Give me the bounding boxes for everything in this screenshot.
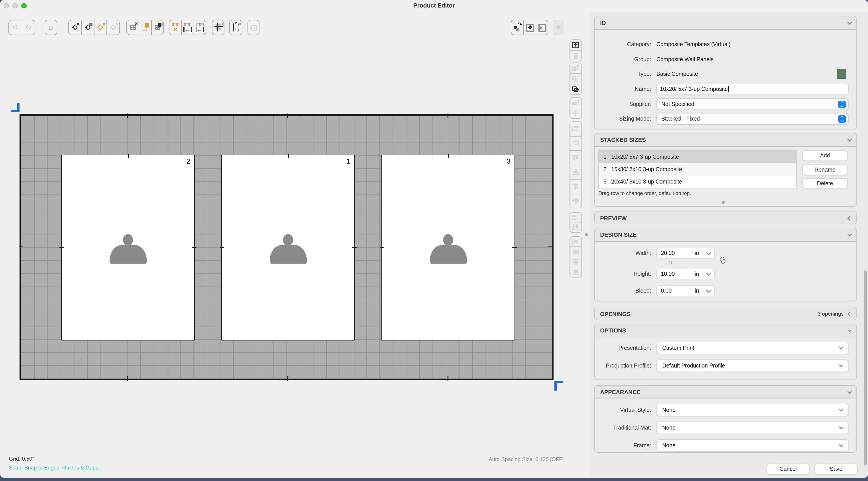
stacked-size-row[interactable]: 110x20/ 5x7 3-up Composite (599, 151, 796, 163)
rotate-opening-icon (572, 99, 579, 106)
snap-status-link[interactable]: Snap: Snap to Edges, Guides & Gaps (9, 464, 98, 471)
redo-button[interactable]: ↻ (22, 21, 35, 35)
center-horizontal-button[interactable] (570, 193, 582, 208)
openings-section: OPENINGS 3 openings (594, 307, 857, 320)
push-right-button[interactable] (570, 247, 582, 257)
delete-opening-button[interactable] (570, 50, 582, 61)
link-dimensions-icon[interactable] (720, 257, 725, 264)
center-vertical-button[interactable] (570, 179, 582, 193)
traditional-mat-dropdown[interactable]: None (656, 422, 848, 434)
stack-openings-button[interactable] (151, 21, 163, 35)
spacing-inner-button[interactable]: ↔ (182, 21, 194, 35)
duplicate-previous-button[interactable] (570, 73, 582, 84)
undo-button[interactable]: ↺ (9, 21, 22, 35)
opening-panel-2[interactable]: 2 (61, 155, 195, 341)
center-target-button[interactable]: ⌖ (535, 21, 548, 35)
delete-size-button[interactable]: Delete (802, 178, 847, 189)
frame-tool-button[interactable] (248, 21, 259, 35)
auto-spacing-off-button[interactable]: ✕ (169, 21, 182, 35)
lock-spacing-button[interactable]: ↔ (230, 21, 242, 35)
design-canvas[interactable]: 2 1 3 (20, 115, 554, 380)
production-profile-dropdown[interactable]: Default Production Profile (656, 359, 848, 372)
distribute-vertical-button[interactable] (570, 213, 582, 222)
bleed-input[interactable]: 0.00 in (656, 286, 715, 296)
remove-opening-button[interactable]: ✕ (127, 21, 139, 35)
design-size-header[interactable]: DESIGN SIZE (595, 228, 857, 242)
frame-label: Frame: (633, 442, 651, 449)
save-button[interactable]: Save (815, 464, 857, 474)
align-top-button[interactable] (570, 150, 582, 165)
type-label: Type: (638, 71, 651, 77)
stacked-sizes-note: Drag row to change order, default on top… (598, 191, 691, 196)
push-up-button[interactable] (570, 257, 582, 267)
center-vertical-icon (572, 184, 579, 190)
swap-dimensions-icon[interactable]: ↑↓ (669, 259, 672, 265)
move-all-button[interactable]: ✥ (524, 21, 536, 35)
preview-header[interactable]: PREVIEW (595, 212, 857, 224)
frame-dropdown[interactable]: None (656, 439, 848, 452)
rotate-opening-button[interactable] (570, 98, 582, 108)
height-label: Height: (633, 271, 651, 277)
cancel-button[interactable]: Cancel (767, 464, 809, 474)
appearance-header[interactable]: APPEARANCE (595, 386, 857, 399)
supplier-select[interactable]: Not Specified (656, 98, 848, 110)
presentation-dropdown[interactable]: Custom Print (656, 342, 848, 354)
align-right-button[interactable] (570, 136, 582, 150)
type-color-swatch (837, 69, 846, 79)
opening-panel-3[interactable]: 3 (381, 155, 515, 341)
effects-button[interactable]: ✷ (553, 21, 564, 35)
snap-disabled-button[interactable]: Ω⌗ (107, 21, 119, 35)
delete-opening-icon (572, 53, 579, 59)
stack-unknown-button[interactable]: ? (570, 84, 582, 94)
push-left-button[interactable] (570, 237, 582, 247)
spacing-outer-icon (196, 23, 204, 26)
preview-section: PREVIEW (594, 211, 857, 224)
overlay-openings-button[interactable] (139, 21, 151, 35)
move-opening-button[interactable] (570, 108, 582, 118)
chevron-down-icon (847, 389, 852, 394)
openings-header[interactable]: OPENINGS 3 openings (595, 307, 857, 320)
width-label: Width: (636, 250, 651, 256)
align-left-button[interactable] (570, 122, 582, 136)
opening-panel-1[interactable]: 1 (221, 155, 355, 341)
snap-to-edges-button[interactable]: Ω⌗ (94, 21, 107, 35)
duplicate-button[interactable]: ⧉ (45, 21, 57, 35)
options-header[interactable]: OPTIONS (595, 324, 857, 338)
opening-number: 2 (186, 157, 190, 165)
panel-splitter-handle[interactable] (585, 233, 588, 236)
sizing-mode-select[interactable]: Stacked - Fixed (656, 113, 848, 125)
rename-size-button[interactable]: Rename (802, 164, 847, 175)
width-unit-dropdown[interactable] (703, 252, 714, 254)
select-stepper-icon (838, 100, 846, 108)
spacing-inner-icon (184, 23, 191, 26)
height-input[interactable]: 10.00 in (656, 269, 715, 279)
duplicate-next-button[interactable] (570, 63, 582, 73)
chevron-down-icon (839, 407, 843, 412)
distribute-horizontal-button[interactable] (570, 222, 582, 232)
section-resize-handle[interactable] (722, 201, 725, 204)
spacing-outer-button[interactable]: ↔ (194, 21, 206, 35)
chevron-down-icon (839, 345, 843, 350)
stacked-sizes-header[interactable]: STACKED SIZES (595, 133, 857, 147)
name-input[interactable]: 10x20/ 5x7 3-up Composite (656, 84, 848, 94)
snap-to-grid-button[interactable]: Ω▦ (82, 21, 94, 35)
height-unit: in (695, 271, 703, 277)
vertical-scrollbar[interactable] (864, 270, 867, 466)
stacked-size-row[interactable]: 215x30/ 8x10 3-up Composite (599, 163, 796, 175)
bleed-unit-dropdown[interactable] (703, 290, 714, 292)
add-opening-button[interactable] (570, 40, 582, 50)
opening-number: 1 (346, 157, 350, 165)
align-bottom-button[interactable] (570, 165, 582, 179)
snap-off-button[interactable]: Ω✕ (69, 21, 82, 35)
id-section-header[interactable]: ID (595, 17, 857, 30)
guides-button[interactable] (213, 21, 224, 35)
width-input[interactable]: 20.00 in (656, 248, 715, 258)
opening-ops-group: ✕ (126, 20, 164, 35)
stacked-size-row[interactable]: 320x40/ 8x10 3-up Composite (599, 175, 796, 188)
push-down-button[interactable] (570, 267, 582, 277)
height-unit-dropdown[interactable] (703, 273, 714, 275)
arrange-rotate-button[interactable]: ↷ (512, 21, 524, 35)
window-content: ↺ ↻ ⧉ Ω✕ Ω▦ Ω⌗ Ω⌗ (0, 12, 868, 478)
virtual-style-dropdown[interactable]: None (656, 404, 848, 416)
add-size-button[interactable]: Add (802, 150, 847, 161)
